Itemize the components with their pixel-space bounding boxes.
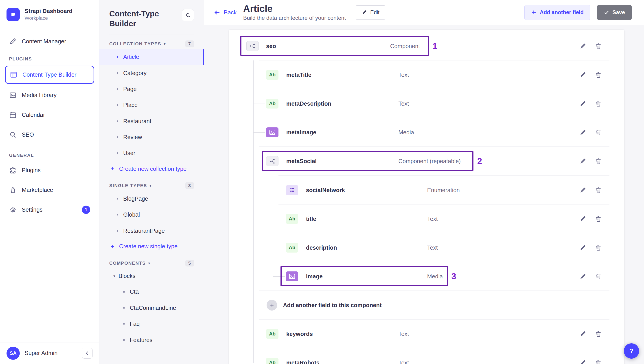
single-type-restaurantpage[interactable]: RestaurantPage bbox=[109, 223, 194, 239]
create-single-type-link[interactable]: Create new single type bbox=[109, 239, 194, 254]
tree-branch bbox=[253, 334, 265, 334]
row-actions bbox=[580, 129, 602, 136]
component-cta[interactable]: Cta bbox=[109, 284, 194, 300]
delete-field-button[interactable] bbox=[595, 187, 602, 193]
sidebar-item-marketplace[interactable]: Marketplace bbox=[5, 182, 94, 198]
components-header[interactable]: COMPONENTS ▾ 5 bbox=[109, 260, 194, 266]
user-avatar: SA bbox=[6, 347, 20, 360]
collection-type-user[interactable]: User bbox=[109, 145, 194, 161]
plus-circle-icon[interactable] bbox=[266, 300, 277, 310]
back-button[interactable]: Back bbox=[214, 9, 237, 16]
page-header: Back Article Build the data architecture… bbox=[204, 0, 644, 25]
collection-type-category[interactable]: Category bbox=[109, 65, 194, 81]
edit-field-button[interactable] bbox=[580, 244, 586, 251]
single-type-global[interactable]: Global bbox=[109, 207, 194, 223]
row-actions bbox=[580, 158, 602, 164]
delete-field-button[interactable] bbox=[595, 100, 602, 107]
media-field-icon bbox=[286, 271, 298, 281]
edit-field-button[interactable] bbox=[580, 331, 586, 337]
single-type-blogpage[interactable]: BlogPage bbox=[109, 191, 194, 207]
field-row-seo: seo Component 1 bbox=[229, 32, 624, 60]
delete-field-button[interactable] bbox=[595, 129, 602, 136]
sidebar-item-seo[interactable]: SEO bbox=[5, 126, 94, 143]
sidebar-item-calendar[interactable]: Calendar bbox=[5, 107, 94, 123]
edit-field-button[interactable] bbox=[580, 158, 586, 164]
edit-field-button[interactable] bbox=[580, 216, 586, 222]
panel-divider bbox=[109, 35, 194, 35]
add-another-field-button[interactable]: Add another field bbox=[524, 5, 590, 20]
delete-field-button[interactable] bbox=[595, 158, 602, 164]
row-actions bbox=[580, 331, 602, 337]
field-type: Media bbox=[398, 129, 414, 136]
sidebar-item-content-type-builder[interactable]: Content-Type Builder bbox=[5, 66, 94, 84]
field-name: title bbox=[306, 216, 316, 222]
row-actions bbox=[580, 71, 602, 78]
component-ctacommandline[interactable]: CtaCommandLine bbox=[109, 300, 194, 316]
edit-button[interactable]: Edit bbox=[355, 6, 386, 20]
bullet-icon bbox=[117, 120, 118, 122]
edit-field-button[interactable] bbox=[580, 359, 586, 364]
annotation-number: 1 bbox=[432, 41, 437, 51]
bullet-icon bbox=[117, 198, 118, 200]
sidebar-item-settings[interactable]: Settings 1 bbox=[5, 202, 94, 218]
field-name: socialNetwork bbox=[306, 187, 345, 193]
sidebar-footer: SA Super Admin bbox=[0, 342, 99, 364]
annotation-number: 3 bbox=[452, 271, 456, 281]
bullet-icon bbox=[117, 104, 118, 106]
row-actions bbox=[580, 359, 602, 364]
single-types-label: SINGLE TYPES bbox=[109, 183, 147, 188]
delete-field-button[interactable] bbox=[595, 359, 602, 364]
delete-field-button[interactable] bbox=[595, 43, 602, 49]
field-row-keywords: Ab keywords Text bbox=[229, 319, 624, 348]
bullet-icon bbox=[123, 339, 125, 341]
page-title: Article bbox=[243, 4, 346, 14]
collection-type-review[interactable]: Review bbox=[109, 129, 194, 145]
component-group-blocks[interactable]: ▾ Blocks bbox=[109, 268, 194, 284]
row-actions bbox=[580, 43, 602, 49]
field-row-metasocial: metaSocial Component (repeatable) 2 bbox=[229, 147, 624, 175]
help-button[interactable]: ? bbox=[624, 343, 639, 358]
field-name: image bbox=[306, 273, 323, 280]
edit-field-button[interactable] bbox=[580, 43, 586, 49]
row-actions bbox=[580, 187, 602, 193]
collection-types-header[interactable]: COLLECTION TYPES ▾ 7 bbox=[109, 41, 194, 47]
field-type: Text bbox=[398, 100, 409, 107]
puzzle-icon bbox=[9, 166, 17, 174]
sidebar-item-media-library[interactable]: Media Library bbox=[5, 87, 94, 103]
collection-type-page[interactable]: Page bbox=[109, 81, 194, 97]
media-field-icon bbox=[266, 127, 278, 137]
bullet-icon bbox=[117, 214, 118, 216]
sidebar-item-plugins[interactable]: Plugins bbox=[5, 162, 94, 178]
collapse-sidebar-button[interactable] bbox=[82, 348, 93, 358]
collection-type-place[interactable]: Place bbox=[109, 97, 194, 113]
delete-field-button[interactable] bbox=[595, 71, 602, 78]
delete-field-button[interactable] bbox=[595, 273, 602, 280]
search-button[interactable] bbox=[182, 9, 194, 21]
delete-field-button[interactable] bbox=[595, 331, 602, 337]
field-type: Enumeration bbox=[427, 187, 460, 193]
collection-types-list: Article Category Page Place Restaurant R… bbox=[109, 49, 194, 161]
component-faq[interactable]: Faq bbox=[109, 316, 194, 332]
field-row-metadescription: Ab metaDescription Text bbox=[229, 89, 624, 118]
save-button[interactable]: Save bbox=[597, 5, 632, 20]
single-types-header[interactable]: SINGLE TYPES ▾ 3 bbox=[109, 182, 194, 189]
tree-branch bbox=[273, 190, 285, 190]
delete-field-button[interactable] bbox=[595, 216, 602, 222]
edit-field-button[interactable] bbox=[580, 187, 586, 193]
delete-field-button[interactable] bbox=[595, 244, 602, 251]
field-type: Text bbox=[427, 244, 438, 251]
sidebar-item-content-manager[interactable]: Content Manager bbox=[5, 33, 94, 50]
component-features[interactable]: Features bbox=[109, 332, 194, 348]
edit-field-button[interactable] bbox=[580, 71, 586, 78]
collection-type-restaurant[interactable]: Restaurant bbox=[109, 113, 194, 129]
edit-field-button[interactable] bbox=[580, 100, 586, 107]
pen-icon bbox=[9, 38, 17, 45]
collection-type-article[interactable]: Article bbox=[100, 49, 204, 65]
field-name: metaRobots bbox=[286, 359, 320, 364]
add-field-to-component-label[interactable]: Add another field to this component bbox=[283, 302, 382, 308]
create-collection-type-link[interactable]: Create new collection type bbox=[109, 161, 194, 176]
edit-field-button[interactable] bbox=[580, 129, 586, 136]
add-field-to-component-row[interactable]: Add another field to this component bbox=[229, 291, 624, 319]
bullet-icon bbox=[117, 88, 118, 90]
edit-field-button[interactable] bbox=[580, 273, 586, 280]
